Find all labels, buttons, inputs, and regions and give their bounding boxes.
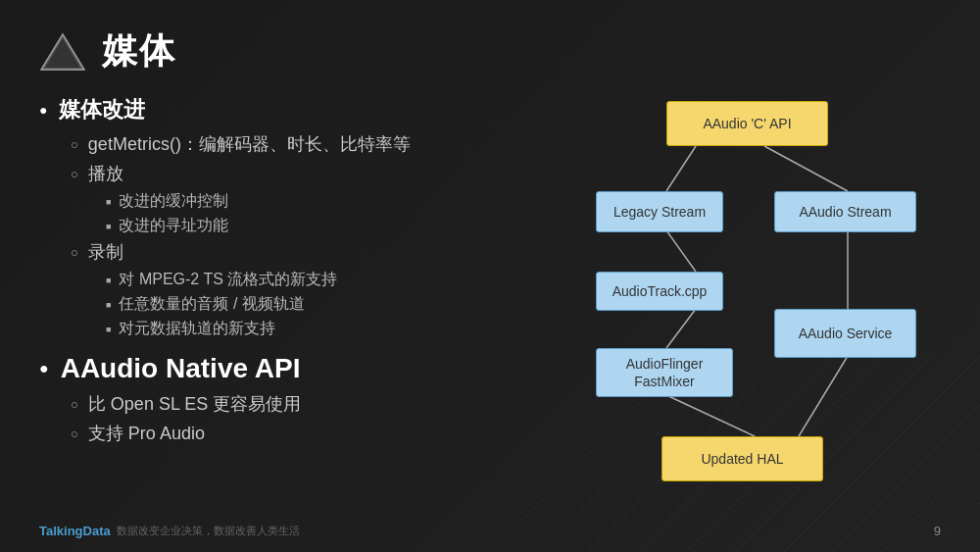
bullet-sub2-meta: 对元数据轨道的新支持 — [106, 319, 549, 339]
logo-icon — [39, 32, 86, 72]
bullet-sub-opensl: 比 Open SL ES 更容易使用 — [71, 392, 549, 416]
svg-line-15 — [666, 230, 696, 272]
svg-line-18 — [666, 395, 755, 436]
audiotrack-cpp-box: AudioTrack.cpp — [596, 272, 723, 311]
text-content: 媒体改进 getMetrics()：编解码器、时长、比特率等 播放 改进的缓冲控… — [39, 95, 568, 458]
main-content: 媒体改进 getMetrics()：编解码器、时长、比特率等 播放 改进的缓冲控… — [0, 95, 980, 458]
bullet-sub2-mpeg: 对 MPEG-2 TS 流格式的新支持 — [106, 270, 549, 290]
svg-marker-11 — [45, 38, 80, 68]
bullet-sub-play: 播放 — [71, 162, 549, 185]
svg-line-17 — [666, 309, 696, 348]
aaudio-service-box: AAudio Service — [774, 309, 916, 358]
bullet-sub-record: 录制 — [71, 240, 549, 264]
page-number: 9 — [934, 524, 941, 538]
page-title: 媒体 — [102, 27, 176, 75]
footer-text: 数据改变企业决策，数据改善人类生活 — [117, 524, 300, 538]
bullet-sub-getmetrics: getMetrics()：编解码器、时长、比特率等 — [71, 132, 549, 156]
footer-brand: TalkingData — [39, 524, 111, 538]
aaudio-stream-box: AAudio Stream — [774, 191, 916, 232]
diagram-inner: AAudio 'C' API Legacy Stream AAudio Stre… — [568, 85, 941, 458]
svg-line-13 — [666, 146, 696, 191]
bullet-main-1: 媒体改进 — [39, 95, 549, 125]
bullet-sub2-seek: 改进的寻址功能 — [106, 216, 549, 236]
bullet-sub-proaudio: 支持 Pro Audio — [71, 422, 549, 445]
bullet-sub2-buffer: 改进的缓冲控制 — [106, 191, 549, 212]
aaudio-c-api-box: AAudio 'C' API — [666, 101, 828, 146]
legacy-stream-box: Legacy Stream — [596, 191, 723, 232]
header: 媒体 — [0, 0, 980, 85]
slide: 媒体 媒体改进 getMetrics()：编解码器、时长、比特率等 播放 改进的… — [0, 0, 980, 552]
svg-line-19 — [799, 356, 848, 436]
updated-hal-box: Updated HAL — [662, 436, 823, 481]
diagram: AAudio 'C' API Legacy Stream AAudio Stre… — [568, 85, 941, 458]
footer: TalkingData 数据改变企业决策，数据改善人类生活 — [39, 524, 300, 538]
svg-line-14 — [764, 146, 848, 191]
bullet-main-aaudio: AAudio Native API — [39, 353, 549, 384]
svg-line-8 — [882, 454, 980, 552]
audioflinger-fastmixer-box: AudioFlinger FastMixer — [596, 348, 733, 397]
bullet-sub2-tracks: 任意数量的音频 / 视频轨道 — [106, 294, 549, 315]
